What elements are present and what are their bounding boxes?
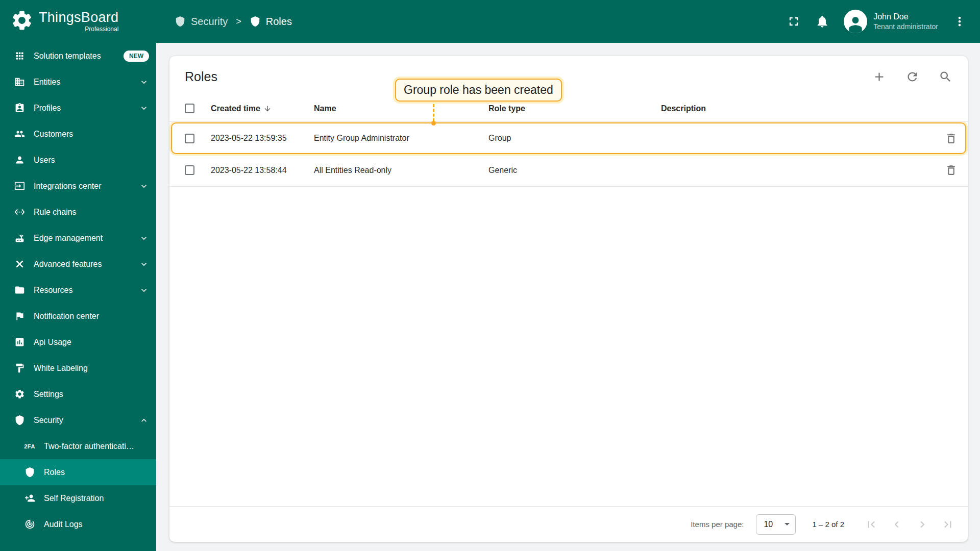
delete-role-button[interactable] xyxy=(945,132,958,145)
column-name[interactable]: Name xyxy=(314,104,488,113)
sidebar-item-label: Roles xyxy=(44,468,149,477)
column-description[interactable]: Description xyxy=(661,104,934,113)
roles-card: Roles Group role has been xyxy=(169,56,968,542)
app-edition: Professional xyxy=(39,26,118,33)
new-badge: NEW xyxy=(124,51,149,62)
chevron-right-icon xyxy=(916,518,929,531)
last-page-button[interactable] xyxy=(941,518,954,531)
delete-role-button[interactable] xyxy=(945,164,958,177)
ethernet-icon xyxy=(13,206,26,218)
sidebar-item-self-registration[interactable]: Self Registration xyxy=(0,485,156,511)
cell-created-time: 2023-05-22 13:58:44 xyxy=(211,166,314,175)
sidebar-item-label: Customers xyxy=(34,130,149,139)
sidebar-item-resources[interactable]: Resources xyxy=(0,277,156,303)
person-icon xyxy=(846,14,865,33)
sidebar-item-api-usage[interactable]: Api Usage xyxy=(0,329,156,355)
breadcrumb: Security > Roles xyxy=(175,16,292,28)
prev-page-button[interactable] xyxy=(890,518,903,531)
bell-icon xyxy=(815,14,829,29)
content-area: Security > Roles xyxy=(156,0,980,551)
row-checkbox[interactable] xyxy=(185,134,194,143)
add-role-button[interactable] xyxy=(872,70,886,84)
breadcrumb-roles-label: Roles xyxy=(266,16,292,28)
sidebar-item-entities[interactable]: Entities xyxy=(0,69,156,95)
first-page-icon xyxy=(865,518,878,531)
items-per-page-value: 10 xyxy=(764,520,773,529)
breadcrumb-roles[interactable]: Roles xyxy=(250,16,292,28)
sidebar-item-label: Solution templates xyxy=(34,52,115,61)
tooltip-text: Group role has been created xyxy=(404,83,553,96)
page-range: 1 – 2 of 2 xyxy=(812,520,844,529)
first-page-button[interactable] xyxy=(865,518,878,531)
column-created-time[interactable]: Created time xyxy=(211,104,314,113)
tools-icon xyxy=(13,258,26,270)
sidebar-item-security[interactable]: Security xyxy=(0,407,156,433)
chart-icon xyxy=(13,336,26,348)
table-row[interactable]: 2023-05-22 13:58:44All Entities Read-onl… xyxy=(169,154,968,187)
search-button[interactable] xyxy=(939,70,952,84)
sidebar-item-notification-center[interactable]: Notification center xyxy=(0,303,156,329)
paginator: Items per page: 10 1 – 2 of 2 xyxy=(169,506,968,542)
sidebar-item-label: Audit Logs xyxy=(44,520,149,529)
refresh-button[interactable] xyxy=(905,70,919,84)
sidebar-item-roles[interactable]: Roles xyxy=(0,459,156,485)
page-title: Roles xyxy=(185,69,217,84)
people-icon xyxy=(13,128,26,140)
sidebar-item-rule-chains[interactable]: Rule chains xyxy=(0,199,156,225)
breadcrumb-security[interactable]: Security xyxy=(175,16,228,28)
breadcrumb-security-label: Security xyxy=(191,16,228,28)
chevron-down-icon xyxy=(139,259,149,269)
table-header: Created time Name Role type Description xyxy=(169,95,968,122)
search-icon xyxy=(939,70,952,84)
sidebar-item-label: Security xyxy=(34,416,131,425)
sidebar-item-audit-logs[interactable]: Audit Logs xyxy=(0,511,156,537)
select-all-checkbox[interactable] xyxy=(185,104,194,113)
table-row[interactable]: 2023-05-22 13:59:35Entity Group Administ… xyxy=(171,122,966,154)
column-role-type[interactable]: Role type xyxy=(488,104,661,113)
cell-role-type: Group xyxy=(488,134,661,143)
logo-text: ThingsBoard Professional xyxy=(39,10,118,33)
router-icon xyxy=(13,232,26,244)
sidebar-item-solution-templates[interactable]: Solution templatesNEW xyxy=(0,43,156,69)
sidebar-item-integrations-center[interactable]: Integrations center xyxy=(0,173,156,199)
sidebar-item-advanced-features[interactable]: Advanced features xyxy=(0,251,156,277)
pagination-buttons xyxy=(865,518,954,531)
sidebar-item-two-factor-authenticati[interactable]: 2FATwo-factor authenticati… xyxy=(0,433,156,459)
items-per-page-select[interactable]: 10 xyxy=(756,514,796,535)
sidebar-item-profiles[interactable]: Profiles xyxy=(0,95,156,121)
sidebar-item-settings[interactable]: Settings xyxy=(0,381,156,407)
sidebar-item-edge-management[interactable]: Edge management xyxy=(0,225,156,251)
domain-icon xyxy=(13,76,26,88)
fullscreen-icon xyxy=(787,14,801,29)
user-info: John Doe Tenant administrator xyxy=(873,12,938,32)
plus-icon xyxy=(872,70,886,84)
sort-desc-icon xyxy=(263,105,272,113)
notifications-button[interactable] xyxy=(815,14,829,29)
chevron-down-icon xyxy=(785,523,790,525)
flag-icon xyxy=(13,310,26,322)
app-title: ThingsBoard xyxy=(39,10,118,24)
more-menu-button[interactable] xyxy=(952,14,967,29)
sidebar-nav: Solution templatesNEWEntitiesProfilesCus… xyxy=(0,43,156,551)
chevron-up-icon xyxy=(139,415,149,425)
paint-icon xyxy=(13,362,26,374)
next-page-button[interactable] xyxy=(916,518,929,531)
sidebar-item-white-labeling[interactable]: White Labeling xyxy=(0,355,156,381)
user-menu[interactable]: John Doe Tenant administrator xyxy=(844,10,938,33)
sidebar-item-users[interactable]: Users xyxy=(0,147,156,173)
chevron-down-icon xyxy=(139,285,149,295)
sidebar-item-label: Resources xyxy=(34,286,131,295)
thingsboard-logo[interactable]: ThingsBoard Professional xyxy=(0,0,156,43)
sidebar-item-customers[interactable]: Customers xyxy=(0,121,156,147)
cell-created-time: 2023-05-22 13:59:35 xyxy=(211,134,314,143)
tfa-icon: 2FA xyxy=(23,440,36,453)
last-page-icon xyxy=(941,518,954,531)
fullscreen-button[interactable] xyxy=(787,14,801,29)
person-add-icon xyxy=(23,492,36,505)
callout-connector-dot xyxy=(431,121,436,126)
chevron-down-icon xyxy=(139,181,149,191)
row-checkbox[interactable] xyxy=(185,165,194,175)
items-per-page-label: Items per page: xyxy=(691,520,744,529)
app-root: ThingsBoard Professional Solution templa… xyxy=(0,0,980,551)
topbar-right: John Doe Tenant administrator xyxy=(787,10,967,33)
